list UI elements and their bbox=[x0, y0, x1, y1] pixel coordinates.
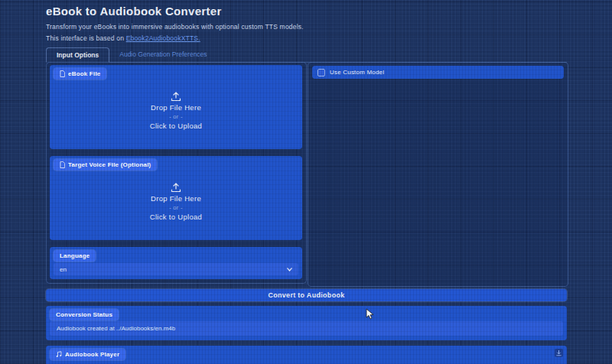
upload-icon bbox=[171, 183, 181, 193]
based-on-line: This interface is based on Ebook2Audiobo… bbox=[46, 34, 200, 42]
page-subtitle: Transform your eBooks into immersive aud… bbox=[46, 23, 304, 31]
use-custom-model-checkbox[interactable] bbox=[317, 69, 325, 76]
or-text: - or - bbox=[169, 113, 183, 120]
convert-to-audiobook-button[interactable]: Convert to Audiobook bbox=[46, 289, 567, 301]
conversion-status-panel: Conversion Status Audiobook created at .… bbox=[46, 306, 567, 340]
chevron-down-icon bbox=[287, 268, 292, 271]
language-panel: Language en bbox=[50, 247, 302, 279]
language-select[interactable]: en bbox=[54, 263, 298, 275]
language-label: Language bbox=[54, 250, 96, 262]
or-text: - or - bbox=[169, 204, 183, 211]
download-icon[interactable] bbox=[555, 349, 563, 357]
model-column: Use Custom Model bbox=[308, 62, 568, 287]
conversion-status-value: Audiobook created at ../Audiobooks/en.m4… bbox=[50, 321, 563, 336]
drop-file-here-text: Drop File Here bbox=[151, 194, 201, 203]
drop-file-here-text: Drop File Here bbox=[151, 103, 201, 112]
voice-file-dropzone[interactable]: Target Voice File (Optional) Drop File H… bbox=[50, 156, 302, 240]
music-note-icon bbox=[56, 351, 62, 358]
tab-bar: Input Options Audio Generation Preferenc… bbox=[46, 47, 567, 63]
input-column: eBook File Drop File Here - or - Click t… bbox=[46, 62, 307, 284]
click-to-upload-text[interactable]: Click to Upload bbox=[150, 122, 202, 130]
based-on-link[interactable]: Ebook2AudiobookXTTS. bbox=[126, 34, 200, 42]
tab-input-options[interactable]: Input Options bbox=[46, 47, 109, 63]
language-value: en bbox=[60, 266, 67, 273]
audiobook-player-panel: Audiobook Player bbox=[46, 346, 567, 364]
conversion-status-label: Conversion Status bbox=[50, 309, 119, 320]
use-custom-model-row[interactable]: Use Custom Model bbox=[312, 66, 564, 79]
upload-icon bbox=[171, 92, 181, 102]
use-custom-model-label: Use Custom Model bbox=[330, 69, 384, 76]
ebook-file-dropzone[interactable]: eBook File Drop File Here - or - Click t… bbox=[50, 65, 302, 149]
tab-audio-generation-preferences[interactable]: Audio Generation Preferences bbox=[109, 47, 216, 62]
ebook-drop-area: Drop File Here - or - Click to Upload bbox=[50, 65, 302, 149]
audiobook-player-label: Audiobook Player bbox=[50, 349, 125, 360]
page-title: eBook to Audiobook Converter bbox=[46, 5, 222, 18]
based-on-text: This interface is based on bbox=[46, 34, 126, 42]
mouse-cursor bbox=[366, 308, 375, 320]
voice-drop-area: Drop File Here - or - Click to Upload bbox=[50, 156, 302, 240]
click-to-upload-text[interactable]: Click to Upload bbox=[150, 213, 202, 221]
